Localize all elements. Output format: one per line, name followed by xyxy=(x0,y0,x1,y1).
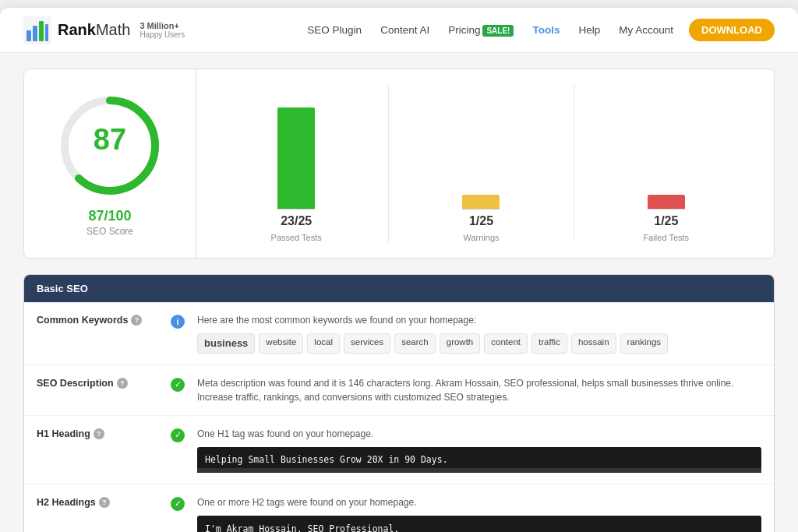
keyword-local: local xyxy=(307,333,340,354)
seo-section-header: Basic SEO xyxy=(24,275,774,302)
svg-rect-4 xyxy=(45,24,48,41)
h1-code-box: Helping Small Businesses Grow 20X in 90 … xyxy=(197,447,761,473)
bar-passed xyxy=(277,107,315,209)
seo-row-h1: H1 Heading ? ✓ One H1 tag was found on y… xyxy=(24,416,774,484)
label-common-keywords: Common Keywords ? xyxy=(37,313,161,326)
check-icon-h2: ✓ xyxy=(171,497,185,511)
chart-divider-1 xyxy=(388,85,389,242)
nav-my-account[interactable]: My Account xyxy=(611,19,681,41)
keyword-traffic: traffic xyxy=(531,333,567,354)
charts-container: 23/25 Passed Tests 1/25 Warn xyxy=(196,69,774,258)
info-icon-h2: ? xyxy=(99,497,110,508)
nav-content-ai[interactable]: Content AI xyxy=(373,19,437,41)
svg-rect-3 xyxy=(39,21,44,41)
download-button[interactable]: DOWNLOAD xyxy=(689,19,775,41)
nav-pricing[interactable]: PricingSALE! xyxy=(440,19,521,41)
brand-logo[interactable]: RankMath 3 Million+ Happy Users xyxy=(23,16,185,44)
bar-warnings xyxy=(462,195,500,209)
content-description: Meta description was found and it is 146… xyxy=(197,376,761,404)
nav-help[interactable]: Help xyxy=(570,19,608,41)
chart-divider-2 xyxy=(574,85,574,242)
label-h2-headings: H2 Headings ? xyxy=(37,495,161,508)
sale-badge: SALE! xyxy=(482,25,514,37)
chart-fraction-failed: 1/25 xyxy=(654,214,678,228)
chart-warnings: 1/25 Warnings xyxy=(397,85,565,242)
keywords-list: business website local services search g… xyxy=(197,333,761,354)
rankmath-logo-icon xyxy=(23,16,51,44)
keyword-website: website xyxy=(259,333,303,354)
chart-fraction-passed: 23/25 xyxy=(281,214,312,228)
check-icon-description: ✓ xyxy=(171,378,185,392)
h2-code-box: I'm Akram Hossain, SEO Professional. Why… xyxy=(197,516,761,532)
bar-failed xyxy=(648,195,685,209)
svg-rect-2 xyxy=(33,26,37,41)
status-description: ✓ xyxy=(171,376,188,392)
seo-row-common-keywords: Common Keywords ? i Here are the most co… xyxy=(24,302,774,365)
main-content: 87 87/100 SEO Score xyxy=(0,53,798,532)
status-h2: ✓ xyxy=(171,495,188,511)
keyword-rankings: rankings xyxy=(620,333,668,354)
h2-intro: One or more H2 tags were found on your h… xyxy=(197,495,761,509)
navbar-nav: SEO Plugin Content AI PricingSALE! Tools… xyxy=(299,19,775,41)
brand-tagline: 3 Million+ Happy Users xyxy=(139,21,185,39)
nav-tools[interactable]: Tools xyxy=(524,19,567,41)
score-circle-svg: 87 xyxy=(55,91,164,200)
label-seo-description: SEO Description ? xyxy=(37,376,161,389)
keyword-business: business xyxy=(197,333,255,354)
score-section: 87 87/100 SEO Score xyxy=(23,69,775,259)
status-keywords: i xyxy=(171,313,188,329)
h1-scrollbar[interactable] xyxy=(197,468,761,473)
info-icon-keywords: ? xyxy=(131,315,142,326)
chart-passed: 23/25 Passed Tests xyxy=(212,85,380,242)
chart-fraction-warnings: 1/25 xyxy=(469,214,493,228)
score-label: 87/100 SEO Score xyxy=(87,208,133,237)
info-blue-icon: i xyxy=(171,315,185,329)
chart-failed: 1/25 Failed Tests xyxy=(582,85,750,242)
content-h2: One or more H2 tags were found on your h… xyxy=(197,495,761,532)
keyword-search: search xyxy=(394,333,436,354)
navbar: RankMath 3 Million+ Happy Users SEO Plug… xyxy=(0,8,798,53)
seo-row-h2: H2 Headings ? ✓ One or more H2 tags were… xyxy=(24,484,774,532)
chart-label-failed: Failed Tests xyxy=(644,233,690,242)
keyword-content: content xyxy=(484,333,528,354)
seo-score-circle-container: 87 87/100 SEO Score xyxy=(24,69,196,258)
bar-wrapper-passed xyxy=(212,85,380,210)
h1-intro: One H1 tag was found on your homepage. xyxy=(197,427,761,441)
keywords-intro: Here are the most common keywords we fou… xyxy=(197,313,761,327)
content-h1: One H1 tag was found on your homepage. H… xyxy=(197,427,761,473)
svg-text:87: 87 xyxy=(94,123,126,156)
svg-rect-1 xyxy=(26,30,31,41)
keyword-growth: growth xyxy=(440,333,481,354)
bar-wrapper-failed xyxy=(582,85,750,210)
check-icon-h1: ✓ xyxy=(171,428,185,442)
keyword-services: services xyxy=(344,333,390,354)
score-fraction: 87/100 xyxy=(87,208,133,224)
score-text: SEO Score xyxy=(87,226,133,237)
status-h1: ✓ xyxy=(171,427,188,442)
info-icon-h1: ? xyxy=(94,428,104,439)
label-h1-heading: H1 Heading ? xyxy=(37,427,161,439)
chart-label-warnings: Warnings xyxy=(463,233,499,242)
seo-section: Basic SEO Common Keywords ? i Here are t… xyxy=(23,274,775,532)
content-keywords: Here are the most common keywords we fou… xyxy=(197,313,761,354)
chart-label-passed: Passed Tests xyxy=(271,233,322,242)
nav-seo-plugin[interactable]: SEO Plugin xyxy=(299,19,369,41)
seo-row-description: SEO Description ? ✓ Meta description was… xyxy=(24,365,774,416)
keyword-hossain: hossain xyxy=(571,333,616,354)
bar-wrapper-warnings xyxy=(397,85,565,210)
h2-line-1: I'm Akram Hossain, SEO Professional. xyxy=(205,522,754,532)
brand-name: RankMath xyxy=(58,21,130,38)
info-icon-description: ? xyxy=(117,378,128,389)
